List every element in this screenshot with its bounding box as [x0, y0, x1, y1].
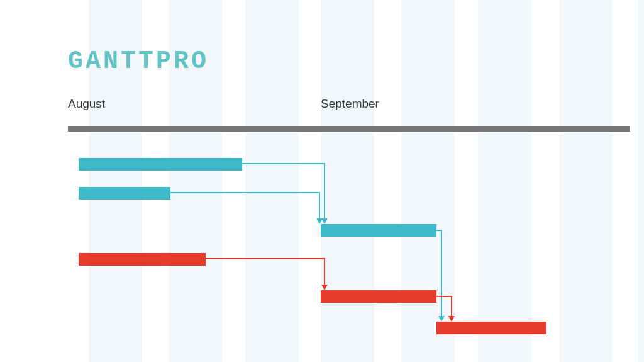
- month-label-september: September: [321, 97, 379, 111]
- timeline-column: [245, 0, 299, 362]
- task-bar-t3[interactable]: [321, 224, 436, 237]
- task-bar-t6[interactable]: [436, 322, 546, 334]
- timeline-column: [401, 0, 455, 362]
- task-bar-t1[interactable]: [79, 158, 242, 171]
- timeline-column: [321, 0, 374, 362]
- task-bar-t4[interactable]: [79, 253, 206, 266]
- gantt-chart: GANTTPRO August September: [0, 0, 644, 362]
- task-bar-t5[interactable]: [321, 290, 436, 303]
- timeline-column: [559, 0, 613, 362]
- brand-logo: GANTTPRO: [68, 47, 209, 76]
- task-bar-t2[interactable]: [79, 187, 170, 200]
- month-label-august: August: [68, 97, 105, 111]
- timeline-column: [478, 0, 531, 362]
- timeline-column: [638, 0, 644, 362]
- timeline-ruler: [68, 126, 630, 132]
